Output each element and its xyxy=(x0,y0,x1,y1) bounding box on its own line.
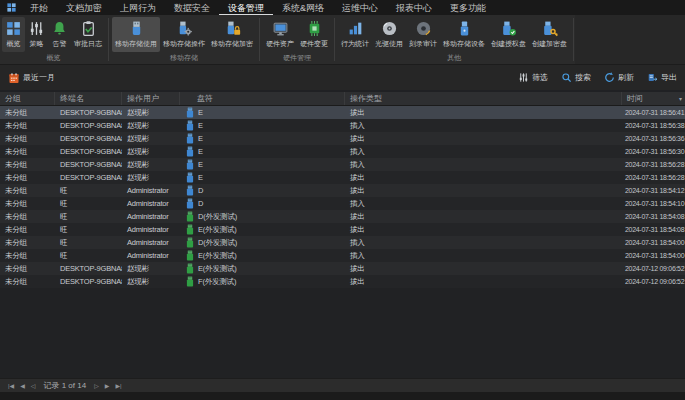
column-header-label: 盘符 xyxy=(180,92,213,105)
ribbon-button-usb-gear[interactable]: 移动存储操作 xyxy=(160,17,208,52)
ribbon-button-stats[interactable]: 行为统计 xyxy=(338,17,372,52)
table-row[interactable]: 未分组旺AdministratorE(外发测试)拔出2024-07-31 18:… xyxy=(0,223,685,236)
cell-group: 未分组 xyxy=(0,197,55,210)
cell-operation-type: 拔出 xyxy=(345,171,622,184)
cell-terminal: 旺 xyxy=(55,249,122,262)
ribbon-button-usb-badge[interactable]: 创建授权盘 xyxy=(488,17,529,52)
ribbon-button-grid[interactable]: 概览 xyxy=(2,17,25,52)
cell-time: 2024-07-12 09:06:52 xyxy=(622,275,685,288)
table-row[interactable]: 未分组DESKTOP-9GBNA80赵现彬E拔出2024-07-31 18:56… xyxy=(0,171,685,184)
cell-terminal: DESKTOP-9GBNA80 xyxy=(55,158,122,171)
table-row[interactable]: 未分组DESKTOP-9GBNA80赵现彬E插入2024-07-31 18:56… xyxy=(0,158,685,171)
cell-terminal: DESKTOP-9GBNA80 xyxy=(55,132,122,145)
ribbon-button-usb-key[interactable]: 创建加密盘 xyxy=(529,17,570,52)
ribbon-button-chip[interactable]: 硬件变更 xyxy=(297,17,331,52)
nav-next-button[interactable]: ▷ xyxy=(91,382,102,389)
ribbon-button-disc[interactable]: 光驱使用 xyxy=(372,17,406,52)
column-header-drive[interactable]: 盘符 xyxy=(180,92,345,105)
ribbon-group: 行为统计光驱使用刻录审计移动存储设备创建授权盘创建加密盘其他 xyxy=(336,15,572,64)
cell-operation-type: 插入 xyxy=(345,145,622,158)
refresh-button[interactable]: 刷新 xyxy=(604,72,634,83)
ribbon-button-usb-stick[interactable]: 移动存储设备 xyxy=(440,17,488,52)
record-indicator: 记录 1 of 14 xyxy=(38,380,91,391)
nav-first-button[interactable]: |◀ xyxy=(5,382,17,389)
drive-letter: E xyxy=(198,132,203,145)
filter-button[interactable]: 筛选 xyxy=(518,72,548,83)
cell-user: 赵现彬 xyxy=(122,145,180,158)
menu-item[interactable]: 报表中心 xyxy=(387,1,441,15)
ribbon-group: 硬件资产硬件变更硬件管理 xyxy=(261,15,333,64)
nav-last-button[interactable]: ▶| xyxy=(112,382,124,389)
ribbon-button-usb-lock[interactable]: 移动存储加密 xyxy=(208,17,256,52)
cell-group: 未分组 xyxy=(0,119,55,132)
column-header-label: 时间 xyxy=(622,92,643,105)
table-row[interactable]: 未分组DESKTOP-9GBNA80赵现彬E拔出2024-07-31 18:56… xyxy=(0,132,685,145)
search-label: 搜索 xyxy=(575,72,591,83)
column-header-terminal[interactable]: 终端名 xyxy=(55,92,122,105)
cell-terminal: 旺 xyxy=(55,184,122,197)
export-button[interactable]: 导出 xyxy=(647,72,677,83)
grid-icon xyxy=(5,20,22,37)
nav-next-page-button[interactable]: ▶ xyxy=(102,382,113,389)
table-row[interactable]: 未分组旺AdministratorD(外发测试)插入2024-07-31 18:… xyxy=(0,236,685,249)
cell-time: 2024-07-31 18:56:36 xyxy=(622,132,685,145)
search-button[interactable]: 搜索 xyxy=(561,72,591,83)
nav-prev-page-button[interactable]: ◀ xyxy=(17,382,28,389)
drive-letter: E(外发测试) xyxy=(198,262,237,275)
column-header-group[interactable]: 分组 xyxy=(0,92,55,105)
ribbon-button-monitor[interactable]: 硬件资产 xyxy=(263,17,297,52)
column-header-time[interactable]: 时间▾ xyxy=(622,92,685,105)
table-row[interactable]: 未分组旺AdministratorD插入2024-07-31 18:54:10 xyxy=(0,197,685,210)
ribbon-button-bell[interactable]: 告警 xyxy=(48,17,71,52)
menu-item[interactable]: 开始 xyxy=(21,1,57,15)
menu-item[interactable]: 数据安全 xyxy=(165,1,219,15)
ribbon-button-sliders[interactable]: 策略 xyxy=(25,17,48,52)
column-header-type[interactable]: 操作类型 xyxy=(345,92,622,105)
table-row[interactable]: 未分组DESKTOP-9GBNA80赵现彬E拔出2024-07-31 18:56… xyxy=(0,106,685,119)
ribbon-button-clipboard[interactable]: 审批日志 xyxy=(71,17,105,52)
cell-drive: E xyxy=(180,158,345,171)
filter-arrow-icon[interactable]: ▾ xyxy=(679,93,682,105)
menu-item[interactable]: 上网行为 xyxy=(111,1,165,15)
table-row[interactable]: 未分组DESKTOP-9GBNA80赵现彬E插入2024-07-31 18:56… xyxy=(0,145,685,158)
table-row[interactable]: 未分组旺AdministratorD(外发测试)拔出2024-07-31 18:… xyxy=(0,210,685,223)
table-row[interactable]: 未分组旺AdministratorD拔出2024-07-31 18:54:12 xyxy=(0,184,685,197)
column-header-user[interactable]: 操作用户 xyxy=(122,92,180,105)
usb-drive-icon xyxy=(186,159,194,170)
cell-group: 未分组 xyxy=(0,171,55,184)
table-row[interactable]: 未分组DESKTOP-9GBNA80赵现彬F(外发测试)拔出2024-07-12… xyxy=(0,275,685,288)
cell-terminal: DESKTOP-9GBNA80 xyxy=(55,262,122,275)
menu-item[interactable]: 设备管理 xyxy=(219,1,273,15)
cell-terminal: DESKTOP-9GBNA80 xyxy=(55,106,122,119)
menu-item[interactable]: 文档加密 xyxy=(57,1,111,15)
nav-prev-button[interactable]: ◁ xyxy=(28,382,39,389)
usb-key-icon xyxy=(541,20,558,37)
cell-time: 2024-07-31 18:54:08 xyxy=(622,210,685,223)
cell-operation-type: 拔出 xyxy=(345,223,622,236)
nav-right: ▷▶▶| xyxy=(91,382,124,389)
usb-drive-icon xyxy=(186,250,194,261)
menu-item[interactable]: 运维中心 xyxy=(333,1,387,15)
cell-time: 2024-07-31 18:54:08 xyxy=(622,223,685,236)
filter-label: 筛选 xyxy=(532,72,548,83)
bell-icon xyxy=(51,20,68,37)
usb-drive-icon xyxy=(186,263,194,274)
cell-drive: E xyxy=(180,106,345,119)
table-row[interactable]: 未分组DESKTOP-9GBNA80赵现彬E(外发测试)拔出2024-07-12… xyxy=(0,262,685,275)
ribbon-button-burn[interactable]: 刻录审计 xyxy=(406,17,440,52)
table-row[interactable]: 未分组旺AdministratorE(外发测试)插入2024-07-31 18:… xyxy=(0,249,685,262)
ribbon-button-usb-plug[interactable]: 移动存储使用 xyxy=(112,17,160,52)
menu-item[interactable]: 系统&网络 xyxy=(273,1,333,15)
export-label: 导出 xyxy=(661,72,677,83)
table-row[interactable]: 未分组DESKTOP-9GBNA80赵现彬E插入2024-07-31 18:56… xyxy=(0,119,685,132)
ribbon-button-label: 硬件资产 xyxy=(266,39,294,49)
date-range-button[interactable]: 最近一月 xyxy=(8,72,55,84)
drive-letter: F(外发测试) xyxy=(198,275,236,288)
menu-item[interactable]: 更多功能 xyxy=(441,1,495,15)
app-logo-icon[interactable] xyxy=(6,2,17,13)
drive-letter: D(外发测试) xyxy=(198,236,237,249)
cell-user: Administrator xyxy=(122,197,180,210)
cell-drive: E xyxy=(180,145,345,158)
ribbon-group: 移动存储使用移动存储操作移动存储加密移动存储 xyxy=(110,15,258,64)
cell-terminal: DESKTOP-9GBNA80 xyxy=(55,119,122,132)
